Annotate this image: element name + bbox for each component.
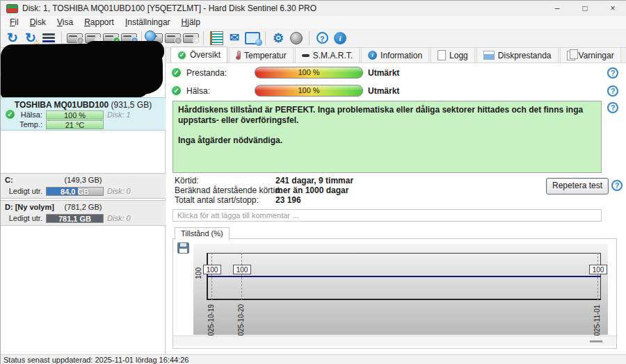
performance-label: Prestanda: bbox=[186, 68, 227, 78]
data-point-label: 100 bbox=[233, 265, 251, 274]
health-row: ✓ Hälsa: 100 % Utmärkt ? bbox=[166, 85, 626, 97]
data-point-label: 100 bbox=[589, 265, 607, 274]
performance-rating: Utmärkt bbox=[368, 68, 399, 78]
ok-icon: ✓ bbox=[171, 67, 182, 78]
minimize-button[interactable]: – bbox=[543, 1, 571, 16]
help-icon[interactable]: ? bbox=[607, 85, 618, 97]
main-panel: ✓Översikt Temperatur S.M.A.R.T. iInforma… bbox=[166, 48, 626, 354]
email-icon[interactable]: ✉ bbox=[225, 30, 243, 47]
window-title: Disk: 1, TOSHIBA MQ01UBD100 [Y5QETZLMT] … bbox=[22, 3, 316, 13]
tab-diskprestanda[interactable]: Diskprestanda bbox=[476, 47, 559, 63]
tab-oversikt[interactable]: ✓Översikt bbox=[170, 47, 227, 63]
chart-plot-area: 100 100 100 100 2025-10-19 2025-10-20 20… bbox=[193, 244, 608, 335]
disk-temp-label: Temp.: bbox=[1, 120, 42, 129]
repeat-test-button[interactable]: Repetera test bbox=[546, 178, 609, 195]
app-icon bbox=[6, 4, 18, 13]
close-button[interactable]: × bbox=[599, 1, 626, 16]
refresh-icon[interactable]: ↻ bbox=[3, 30, 22, 47]
y-axis-tick-label: 100 bbox=[195, 267, 202, 279]
menu-hjalp[interactable]: Hjälp bbox=[177, 17, 205, 28]
disk-number-badge: Disk: 1 bbox=[107, 110, 131, 119]
disk-health-label: Hälsa: bbox=[1, 110, 42, 119]
free-space-bar: 781,1 GB bbox=[46, 214, 104, 223]
performance-row: ✓ Prestanda: 100 % Utmärkt ? bbox=[166, 67, 626, 79]
chart-tab-tillstand[interactable]: Tillstånd (%) bbox=[175, 227, 230, 240]
chart-icon bbox=[483, 51, 495, 60]
health-message-box: Hårddiskens tillstånd är PERFEKT. Inga p… bbox=[172, 101, 602, 173]
x-axis-date-label: 2025-10-20 bbox=[237, 302, 245, 340]
menu-visa[interactable]: Visa bbox=[52, 17, 78, 28]
health-meter: 100 % bbox=[255, 85, 363, 97]
performance-meter: 100 % bbox=[255, 67, 363, 78]
info-icon[interactable]: i bbox=[331, 30, 349, 47]
stat-row-start-stop: Totalt antal start/stopp: 23 196 bbox=[175, 195, 592, 205]
title-bar: Disk: 1, TOSHIBA MQ01UBD100 [Y5QETZLMT] … bbox=[1, 1, 626, 16]
x-axis-date-label: 2025-10-19 bbox=[207, 302, 215, 340]
status-bar: Status senast uppdaterad: 2025-11-01 lör… bbox=[1, 354, 626, 364]
disk-connect-icon[interactable] bbox=[182, 30, 200, 47]
disk-title: TOSHIBA MQ01UBD100 (931,5 GB) bbox=[1, 100, 166, 110]
health-message-line1: Hårddiskens tillstånd är PERFEKT. Inga p… bbox=[178, 105, 596, 126]
disk-list-sidebar: ✓ TOSHIBA MQ01UBD100 (931,5 GB) Hälsa: 1… bbox=[1, 48, 166, 354]
check-icon: ✓ bbox=[177, 51, 186, 60]
menu-rapport[interactable]: Rapport bbox=[79, 17, 119, 28]
disk-number-badge: Disk: 0 bbox=[107, 214, 131, 222]
network-icon[interactable] bbox=[243, 30, 262, 47]
disk-list-item-selected[interactable]: ✓ TOSHIBA MQ01UBD100 (931,5 GB) Hälsa: 1… bbox=[1, 97, 166, 131]
stat-row-powered-on: Körtid: 241 dagar, 9 timmar bbox=[175, 176, 592, 185]
chart-series-line bbox=[207, 276, 601, 277]
help-icon[interactable]: ? bbox=[607, 102, 618, 113]
menu-bar: Fil Disk Visa Rapport Inställningar Hjäl… bbox=[1, 16, 626, 28]
thermometer-icon bbox=[236, 51, 241, 60]
help-icon[interactable]: ? bbox=[313, 30, 331, 47]
help-icon[interactable]: ? bbox=[607, 67, 618, 78]
save-chart-icon[interactable] bbox=[177, 242, 189, 254]
partition-d-item[interactable]: D: [Ny volym] (781,2 GB) Ledigt utr. 781… bbox=[1, 200, 166, 226]
data-point-label: 100 bbox=[203, 265, 221, 274]
tab-information[interactable]: iInformation bbox=[361, 47, 429, 63]
disk-health-bar: 100 % bbox=[46, 110, 104, 119]
menu-fil[interactable]: Fil bbox=[5, 17, 24, 28]
maximize-button[interactable]: □ bbox=[571, 1, 599, 16]
info-icon: i bbox=[368, 51, 377, 60]
tab-temperatur[interactable]: Temperatur bbox=[229, 47, 294, 63]
warnings-icon bbox=[567, 51, 575, 60]
comment-input[interactable]: Klicka för att lägga till kommentar ... bbox=[172, 209, 602, 222]
disk-eject-icon[interactable] bbox=[163, 30, 182, 47]
redaction-marker bbox=[84, 41, 164, 62]
tab-logg[interactable]: Logg bbox=[431, 47, 475, 63]
ok-icon: ✓ bbox=[171, 85, 182, 96]
redaction-marker bbox=[1, 76, 150, 98]
sound-icon[interactable] bbox=[287, 30, 305, 47]
report-icon[interactable] bbox=[207, 30, 225, 47]
settings-gear-icon[interactable]: ⚙ bbox=[269, 30, 287, 47]
disk-temp-bar: 21 °C bbox=[46, 120, 104, 129]
stat-row-remaining: Beräknad återstående körtid: mer än 1000… bbox=[175, 185, 592, 195]
x-axis-date-label: 2025-11-01 bbox=[593, 302, 601, 340]
help-icon[interactable]: ? bbox=[611, 180, 623, 191]
tab-varningar[interactable]: Varningar bbox=[560, 47, 621, 63]
free-space-bar: 84,0 GB bbox=[46, 187, 104, 196]
health-history-chart: 100 100 100 100 2025-10-19 2025-10-20 20… bbox=[172, 238, 617, 349]
partition-c-item[interactable]: C: (149,3 GB) Ledigt utr. 84,0 GB Disk: … bbox=[1, 173, 166, 199]
tab-bar: ✓Översikt Temperatur S.M.A.R.T. iInforma… bbox=[166, 48, 626, 63]
smart-icon bbox=[302, 54, 310, 57]
menu-installningar[interactable]: Inställningar bbox=[120, 17, 175, 28]
log-icon bbox=[438, 50, 446, 60]
health-rating: Utmärkt bbox=[368, 86, 399, 96]
disk-number-badge: Disk: 0 bbox=[107, 187, 131, 195]
menu-disk[interactable]: Disk bbox=[25, 17, 51, 28]
tab-smart[interactable]: S.M.A.R.T. bbox=[295, 47, 360, 63]
app-window: Disk: 1, TOSHIBA MQ01UBD100 [Y5QETZLMT] … bbox=[0, 0, 626, 364]
health-message-line2: Inga åtgärder nödvändiga. bbox=[178, 135, 596, 146]
health-label: Hälsa: bbox=[186, 86, 210, 96]
chart-horizontal-scrollbar[interactable] bbox=[173, 336, 616, 346]
